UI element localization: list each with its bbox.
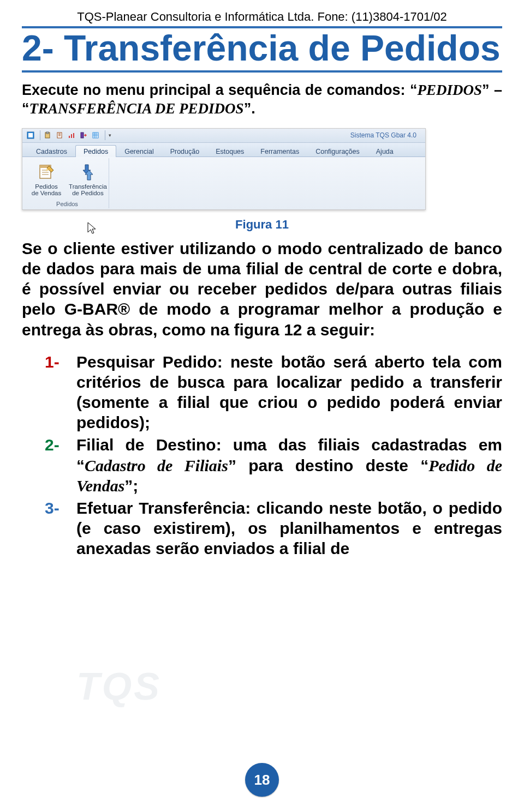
- company-header: TQS-Planear Consultoria e Informática Lt…: [22, 10, 502, 24]
- step-3-lead: Efetuar Transferência:: [76, 499, 251, 517]
- step-2-ital-a: Cadastro de Filiais: [85, 456, 228, 474]
- lede-post: ”.: [244, 100, 255, 117]
- svg-rect-12: [93, 133, 98, 138]
- svg-rect-1: [28, 133, 33, 137]
- barchart-icon[interactable]: [67, 130, 76, 140]
- step-2-rest-b: ” para destino deste “: [228, 456, 428, 474]
- lede-paragraph: Execute no menu principal a sequência de…: [22, 81, 502, 118]
- ribbon-group-label: Pedidos: [56, 201, 78, 208]
- tab-cadastros[interactable]: Cadastros: [28, 145, 75, 157]
- page-title: 2- Transferência de Pedidos: [22, 29, 502, 67]
- page-number-badge: 18: [245, 763, 279, 797]
- qat-dropdown-icon[interactable]: ▾: [109, 133, 111, 138]
- qat-separator: [40, 130, 40, 140]
- tab-pedidos[interactable]: Pedidos: [75, 145, 116, 157]
- app-icon[interactable]: [26, 130, 35, 140]
- step-number-1: 1-: [45, 352, 59, 372]
- notepad-pencil-icon: [37, 162, 56, 182]
- tab-ferramentas[interactable]: Ferramentas: [252, 145, 307, 157]
- svg-rect-3: [46, 132, 49, 134]
- btn-label-line2: de Pedidos: [72, 190, 104, 197]
- svg-rect-11: [81, 133, 84, 138]
- arrows-exchange-icon: [78, 162, 98, 182]
- lede-pre: Execute no menu principal a sequência de…: [22, 82, 418, 98]
- btn-label-line2: de Vendas: [32, 190, 61, 197]
- svg-rect-9: [71, 134, 72, 138]
- steps-list: 1- Pesquisar Pedido: neste botão será ab…: [22, 352, 502, 559]
- step-3: 3- Efetuar Transferência: clicando neste…: [76, 498, 502, 559]
- step-number-3: 3-: [45, 498, 59, 518]
- tab-ajuda[interactable]: Ajuda: [368, 145, 402, 157]
- system-title: Sistema TQS Gbar 4.0: [350, 131, 422, 139]
- watermark-tqs: TQS: [76, 665, 162, 708]
- qat-separator-2: [105, 130, 105, 140]
- lede-command-2: TRANSFERÊNCIA DE PEDIDOS: [29, 100, 244, 117]
- exit-icon[interactable]: [79, 130, 88, 140]
- tab-estoques[interactable]: Estoques: [207, 145, 252, 157]
- quick-access-toolbar: ▾ Sistema TQS Gbar 4.0: [22, 129, 425, 143]
- svg-rect-10: [73, 133, 74, 138]
- step-2-rest-c: ”;: [124, 477, 138, 495]
- ribbon-body: Pedidos de Vendas Transferência de Pedid…: [22, 157, 425, 209]
- tab-producao[interactable]: Produção: [162, 145, 208, 157]
- tab-configuracoes[interactable]: Configurações: [307, 145, 368, 157]
- tab-gerencial[interactable]: Gerencial: [116, 145, 162, 157]
- pedidos-vendas-button[interactable]: Pedidos de Vendas: [28, 159, 65, 200]
- ribbon-group-pedidos: Pedidos de Vendas Transferência de Pedid…: [26, 158, 109, 208]
- figure-caption: Figura 11: [22, 218, 502, 232]
- transferencia-pedidos-button[interactable]: Transferência de Pedidos: [69, 159, 106, 200]
- ribbon-screenshot: ▾ Sistema TQS Gbar 4.0 Cadastros Pedidos…: [22, 128, 426, 210]
- step-number-2: 2-: [45, 435, 59, 455]
- grid-icon[interactable]: [91, 130, 100, 140]
- ribbon-tabs: Cadastros Pedidos Gerencial Produção Est…: [22, 143, 425, 157]
- lede-command-1: PEDIDOS: [418, 82, 483, 98]
- body-paragraph: Se o cliente estiver utilizando o modo c…: [22, 238, 502, 340]
- step-1: 1- Pesquisar Pedido: neste botão será ab…: [76, 352, 502, 433]
- svg-rect-8: [69, 136, 70, 138]
- step-1-lead: Pesquisar Pedido:: [76, 353, 223, 371]
- btn-label-line1: Pedidos: [35, 183, 58, 190]
- btn-label-line1: Transferência: [69, 183, 107, 190]
- title-banner: 2- Transferência de Pedidos: [22, 26, 502, 73]
- step-2: 2- Filial de Destino: uma das filiais ca…: [76, 435, 502, 496]
- clipboard-icon[interactable]: [43, 130, 52, 140]
- step-2-lead: Filial de Destino:: [76, 436, 222, 454]
- notebook-icon[interactable]: [55, 130, 64, 140]
